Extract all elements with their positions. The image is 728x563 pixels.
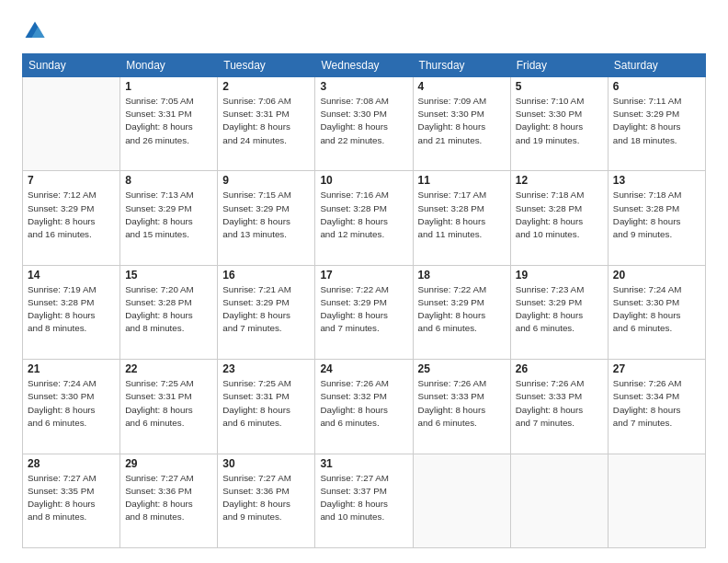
day-info: Sunrise: 7:26 AMSunset: 3:33 PMDaylight:… [418,377,506,430]
day-number: 5 [516,80,603,93]
calendar-cell: 1Sunrise: 7:05 AMSunset: 3:31 PMDaylight… [120,77,218,171]
day-number: 6 [613,80,700,93]
calendar-cell: 13Sunrise: 7:18 AMSunset: 3:28 PMDayligh… [608,171,705,265]
day-number: 17 [320,269,407,282]
day-info: Sunrise: 7:20 AMSunset: 3:28 PMDaylight:… [125,283,212,336]
calendar-cell: 17Sunrise: 7:22 AMSunset: 3:29 PMDayligh… [315,265,413,359]
day-info: Sunrise: 7:17 AMSunset: 3:28 PMDaylight:… [418,189,506,241]
calendar-cell: 18Sunrise: 7:22 AMSunset: 3:29 PMDayligh… [413,265,510,359]
day-number: 13 [613,174,700,187]
calendar-table: SundayMondayTuesdayWednesdayThursdayFrid… [22,53,706,548]
calendar-cell: 22Sunrise: 7:25 AMSunset: 3:31 PMDayligh… [120,360,218,454]
calendar-cell: 16Sunrise: 7:21 AMSunset: 3:29 PMDayligh… [218,265,315,359]
day-info: Sunrise: 7:27 AMSunset: 3:37 PMDaylight:… [320,472,407,524]
weekday-header-saturday: Saturday [608,54,705,77]
calendar-cell: 29Sunrise: 7:27 AMSunset: 3:36 PMDayligh… [120,454,218,547]
day-info: Sunrise: 7:27 AMSunset: 3:36 PMDaylight:… [125,472,212,524]
weekday-header-tuesday: Tuesday [218,54,315,77]
day-info: Sunrise: 7:15 AMSunset: 3:29 PMDaylight:… [222,189,310,241]
day-number: 24 [320,362,407,375]
day-number: 28 [28,457,115,470]
calendar-cell: 19Sunrise: 7:23 AMSunset: 3:29 PMDayligh… [510,265,608,359]
calendar-cell [510,454,608,547]
weekday-header-friday: Friday [510,54,608,77]
calendar-cell: 4Sunrise: 7:09 AMSunset: 3:30 PMDaylight… [413,77,510,171]
day-number: 23 [222,362,310,375]
day-info: Sunrise: 7:26 AMSunset: 3:32 PMDaylight:… [320,377,407,430]
calendar-cell: 25Sunrise: 7:26 AMSunset: 3:33 PMDayligh… [413,360,510,454]
page: SundayMondayTuesdayWednesdayThursdayFrid… [0,0,728,563]
weekday-header-row: SundayMondayTuesdayWednesdayThursdayFrid… [23,54,706,77]
day-number: 1 [125,80,212,93]
day-number: 22 [125,362,212,375]
calendar-cell: 24Sunrise: 7:26 AMSunset: 3:32 PMDayligh… [315,360,413,454]
calendar-cell [413,454,510,547]
week-row-4: 21Sunrise: 7:24 AMSunset: 3:30 PMDayligh… [23,360,706,454]
calendar-cell: 14Sunrise: 7:19 AMSunset: 3:28 PMDayligh… [23,265,120,359]
week-row-5: 28Sunrise: 7:27 AMSunset: 3:35 PMDayligh… [23,454,706,547]
weekday-header-monday: Monday [120,54,218,77]
calendar-cell: 11Sunrise: 7:17 AMSunset: 3:28 PMDayligh… [413,171,510,265]
calendar-cell [608,454,705,547]
calendar-cell: 6Sunrise: 7:11 AMSunset: 3:29 PMDaylight… [608,77,705,171]
day-number: 2 [222,80,310,93]
day-number: 15 [125,269,212,282]
calendar-cell: 26Sunrise: 7:26 AMSunset: 3:33 PMDayligh… [510,360,608,454]
logo-icon [22,18,48,44]
calendar-cell: 28Sunrise: 7:27 AMSunset: 3:35 PMDayligh… [23,454,120,547]
day-number: 3 [320,80,407,93]
day-number: 29 [125,457,212,470]
day-number: 20 [613,269,700,282]
day-info: Sunrise: 7:24 AMSunset: 3:30 PMDaylight:… [28,377,115,430]
day-number: 11 [418,174,506,187]
day-info: Sunrise: 7:22 AMSunset: 3:29 PMDaylight:… [418,283,506,336]
day-number: 27 [613,362,700,375]
weekday-header-wednesday: Wednesday [315,54,413,77]
day-info: Sunrise: 7:19 AMSunset: 3:28 PMDaylight:… [28,283,115,336]
calendar-cell: 21Sunrise: 7:24 AMSunset: 3:30 PMDayligh… [23,360,120,454]
day-number: 12 [516,174,603,187]
day-info: Sunrise: 7:18 AMSunset: 3:28 PMDaylight:… [516,189,603,241]
day-info: Sunrise: 7:13 AMSunset: 3:29 PMDaylight:… [125,189,212,241]
day-number: 30 [222,457,310,470]
day-info: Sunrise: 7:22 AMSunset: 3:29 PMDaylight:… [320,283,407,336]
week-row-1: 1Sunrise: 7:05 AMSunset: 3:31 PMDaylight… [23,77,706,171]
day-number: 8 [125,174,212,187]
day-info: Sunrise: 7:25 AMSunset: 3:31 PMDaylight:… [125,377,212,430]
header [22,18,706,44]
day-number: 4 [418,80,506,93]
calendar-cell: 7Sunrise: 7:12 AMSunset: 3:29 PMDaylight… [23,171,120,265]
calendar-cell: 3Sunrise: 7:08 AMSunset: 3:30 PMDaylight… [315,77,413,171]
calendar-cell: 23Sunrise: 7:25 AMSunset: 3:31 PMDayligh… [218,360,315,454]
calendar-cell: 30Sunrise: 7:27 AMSunset: 3:36 PMDayligh… [218,454,315,547]
day-info: Sunrise: 7:09 AMSunset: 3:30 PMDaylight:… [418,95,506,147]
day-info: Sunrise: 7:23 AMSunset: 3:29 PMDaylight:… [516,283,603,336]
day-number: 26 [516,362,603,375]
weekday-header-thursday: Thursday [413,54,510,77]
day-info: Sunrise: 7:18 AMSunset: 3:28 PMDaylight:… [613,189,700,241]
calendar-cell: 5Sunrise: 7:10 AMSunset: 3:30 PMDaylight… [510,77,608,171]
calendar-cell: 8Sunrise: 7:13 AMSunset: 3:29 PMDaylight… [120,171,218,265]
calendar-cell: 10Sunrise: 7:16 AMSunset: 3:28 PMDayligh… [315,171,413,265]
week-row-3: 14Sunrise: 7:19 AMSunset: 3:28 PMDayligh… [23,265,706,359]
weekday-header-sunday: Sunday [23,54,120,77]
day-number: 16 [222,269,310,282]
logo [22,18,51,44]
day-info: Sunrise: 7:25 AMSunset: 3:31 PMDaylight:… [222,377,310,430]
calendar-cell: 12Sunrise: 7:18 AMSunset: 3:28 PMDayligh… [510,171,608,265]
day-number: 25 [418,362,506,375]
day-number: 7 [28,174,115,187]
calendar-cell: 20Sunrise: 7:24 AMSunset: 3:30 PMDayligh… [608,265,705,359]
day-number: 18 [418,269,506,282]
day-number: 14 [28,269,115,282]
day-info: Sunrise: 7:24 AMSunset: 3:30 PMDaylight:… [613,283,700,336]
day-info: Sunrise: 7:05 AMSunset: 3:31 PMDaylight:… [125,95,212,147]
day-number: 10 [320,174,407,187]
day-info: Sunrise: 7:16 AMSunset: 3:28 PMDaylight:… [320,189,407,241]
day-number: 9 [222,174,310,187]
day-info: Sunrise: 7:11 AMSunset: 3:29 PMDaylight:… [613,95,700,147]
calendar-cell [23,77,120,171]
day-number: 21 [28,362,115,375]
day-info: Sunrise: 7:10 AMSunset: 3:30 PMDaylight:… [516,95,603,147]
day-info: Sunrise: 7:27 AMSunset: 3:36 PMDaylight:… [222,472,310,524]
